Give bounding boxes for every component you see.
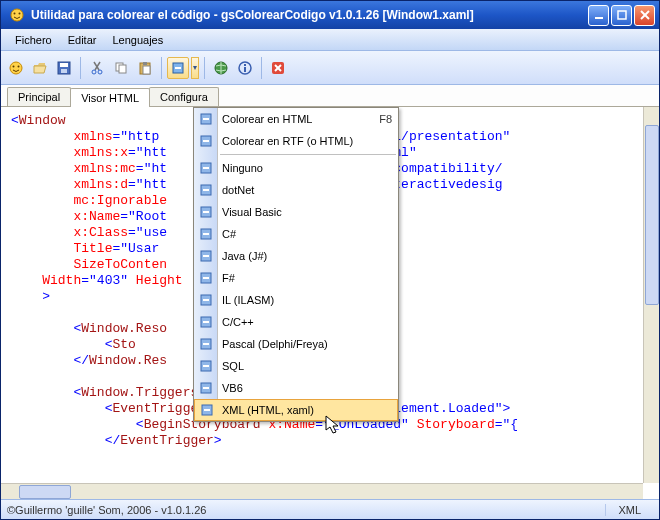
svg-rect-12 bbox=[61, 69, 67, 73]
svg-point-1 bbox=[14, 13, 16, 15]
menu-item-icon bbox=[197, 379, 215, 397]
svg-rect-52 bbox=[203, 343, 209, 345]
menu-item-label: dotNet bbox=[222, 184, 254, 196]
svg-point-0 bbox=[11, 9, 23, 21]
menu-item[interactable]: IL (ILASM) bbox=[194, 289, 398, 311]
menu-edit[interactable]: Editar bbox=[60, 31, 105, 49]
svg-rect-21 bbox=[143, 66, 150, 74]
menu-item-icon bbox=[198, 401, 216, 419]
menu-item[interactable]: Ninguno bbox=[194, 157, 398, 179]
copy-icon[interactable] bbox=[110, 57, 132, 79]
toolbar: ▾ bbox=[1, 51, 659, 85]
menu-item-icon bbox=[197, 132, 215, 150]
svg-rect-54 bbox=[203, 365, 209, 367]
menu-item-label: XML (HTML, xaml) bbox=[222, 404, 314, 416]
menu-item[interactable]: VB6 bbox=[194, 377, 398, 399]
menu-item-icon bbox=[197, 357, 215, 375]
menu-item[interactable]: Colorear en RTF (o HTML) bbox=[194, 130, 398, 152]
vertical-scrollbar[interactable] bbox=[643, 107, 659, 483]
menu-item[interactable]: C/C++ bbox=[194, 311, 398, 333]
svg-rect-56 bbox=[203, 387, 209, 389]
svg-rect-44 bbox=[203, 255, 209, 257]
stop-icon[interactable] bbox=[267, 57, 289, 79]
menu-item[interactable]: C# bbox=[194, 223, 398, 245]
save-icon[interactable] bbox=[53, 57, 75, 79]
menu-item-label: Colorear en RTF (o HTML) bbox=[222, 135, 353, 147]
menu-file[interactable]: Fichero bbox=[7, 31, 60, 49]
menu-item-icon bbox=[197, 291, 215, 309]
menu-item-label: VB6 bbox=[222, 382, 243, 394]
svg-rect-23 bbox=[175, 67, 181, 69]
dropdown-arrow-icon[interactable]: ▾ bbox=[191, 57, 199, 79]
menu-item[interactable]: XML (HTML, xaml) bbox=[194, 399, 398, 421]
svg-point-15 bbox=[92, 70, 96, 74]
smiley-icon[interactable] bbox=[5, 57, 27, 79]
svg-point-2 bbox=[19, 13, 21, 15]
menu-item-icon bbox=[197, 110, 215, 128]
cut-icon[interactable] bbox=[86, 57, 108, 79]
menu-languages[interactable]: Lenguajes bbox=[104, 31, 171, 49]
menubar: Fichero Editar Lenguajes bbox=[1, 29, 659, 51]
info-icon[interactable] bbox=[234, 57, 256, 79]
svg-rect-38 bbox=[203, 189, 209, 191]
menu-item-icon bbox=[197, 159, 215, 177]
menu-item[interactable]: Colorear en HTMLF8 bbox=[194, 108, 398, 130]
scrollbar-thumb[interactable] bbox=[19, 485, 71, 499]
status-left: ©Guillermo 'guille' Som, 2006 - v1.0.1.2… bbox=[7, 504, 206, 516]
svg-rect-40 bbox=[203, 211, 209, 213]
svg-rect-36 bbox=[203, 167, 209, 169]
globe-icon[interactable] bbox=[210, 57, 232, 79]
minimize-button[interactable] bbox=[588, 5, 609, 26]
menu-item-icon bbox=[197, 335, 215, 353]
svg-point-7 bbox=[10, 62, 22, 74]
tab-visor-html[interactable]: Visor HTML bbox=[70, 88, 150, 107]
menu-item-label: Colorear en HTML bbox=[222, 113, 312, 125]
svg-rect-46 bbox=[203, 277, 209, 279]
close-button[interactable] bbox=[634, 5, 655, 26]
color-tool-icon[interactable] bbox=[167, 57, 189, 79]
menu-item-icon bbox=[197, 225, 215, 243]
menu-item[interactable]: Java (J#) bbox=[194, 245, 398, 267]
code-viewport: <Window xmlns="http nfx/2006/xaml/presen… bbox=[1, 107, 659, 499]
scrollbar-thumb[interactable] bbox=[645, 125, 659, 305]
menu-item-label: Pascal (Delphi/Freya) bbox=[222, 338, 328, 350]
svg-rect-18 bbox=[119, 65, 126, 73]
menu-item-icon bbox=[197, 313, 215, 331]
menu-item[interactable]: Visual Basic bbox=[194, 201, 398, 223]
svg-rect-26 bbox=[244, 67, 246, 72]
menu-item-icon bbox=[197, 203, 215, 221]
window-title: Utilidad para colorear el código - gsCol… bbox=[29, 8, 588, 22]
svg-rect-50 bbox=[203, 321, 209, 323]
menu-item[interactable]: SQL bbox=[194, 355, 398, 377]
toolbar-separator bbox=[204, 57, 205, 79]
horizontal-scrollbar[interactable] bbox=[1, 483, 643, 499]
menu-item[interactable]: Pascal (Delphi/Freya) bbox=[194, 333, 398, 355]
tab-principal[interactable]: Principal bbox=[7, 87, 71, 106]
paste-icon[interactable] bbox=[134, 57, 156, 79]
menu-item-label: F# bbox=[222, 272, 235, 284]
menu-item-label: C# bbox=[222, 228, 236, 240]
menu-item-icon bbox=[197, 181, 215, 199]
menu-item-icon bbox=[197, 269, 215, 287]
menu-item[interactable]: F# bbox=[194, 267, 398, 289]
svg-point-16 bbox=[98, 70, 102, 74]
statusbar: ©Guillermo 'guille' Som, 2006 - v1.0.1.2… bbox=[1, 499, 659, 519]
open-icon[interactable] bbox=[29, 57, 51, 79]
menu-item[interactable]: dotNet bbox=[194, 179, 398, 201]
svg-rect-27 bbox=[244, 64, 246, 66]
menu-item-label: C/C++ bbox=[222, 316, 254, 328]
menu-item-label: Java (J#) bbox=[222, 250, 267, 262]
tab-configuracion[interactable]: Configura bbox=[149, 87, 219, 106]
svg-rect-20 bbox=[143, 62, 147, 65]
svg-rect-42 bbox=[203, 233, 209, 235]
languages-dropdown: Colorear en HTMLF8Colorear en RTF (o HTM… bbox=[193, 107, 399, 422]
svg-point-9 bbox=[18, 65, 20, 67]
svg-rect-32 bbox=[203, 118, 209, 120]
status-language: XML bbox=[605, 504, 653, 516]
svg-rect-4 bbox=[618, 11, 626, 19]
svg-rect-58 bbox=[204, 409, 210, 411]
menu-item-label: Visual Basic bbox=[222, 206, 282, 218]
menu-separator bbox=[220, 154, 396, 155]
maximize-button[interactable] bbox=[611, 5, 632, 26]
menu-item-label: SQL bbox=[222, 360, 244, 372]
